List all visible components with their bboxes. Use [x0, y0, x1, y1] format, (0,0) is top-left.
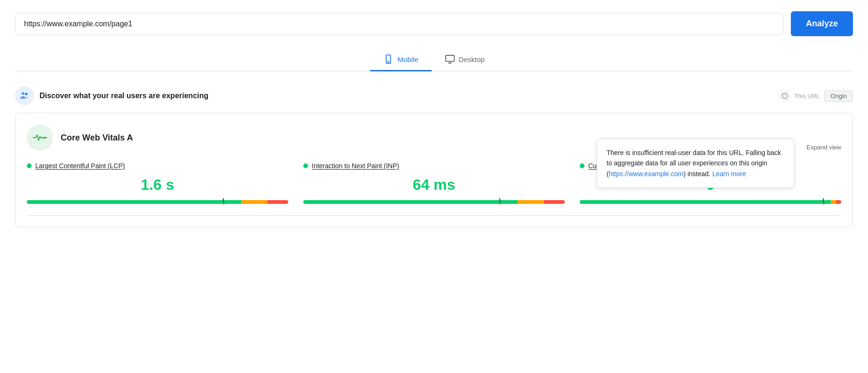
cls-bar-indicator — [823, 198, 824, 206]
cls-bar-green — [580, 200, 831, 204]
inp-bar-indicator — [499, 198, 500, 206]
tooltip-text-part2: ) instead. — [683, 170, 712, 178]
url-input-wrapper — [15, 13, 783, 35]
lcp-progress-bar — [27, 200, 288, 204]
main-card: Core Web Vitals A There is insufficient … — [15, 113, 853, 227]
lcp-bar-green — [27, 200, 241, 204]
expand-view-button[interactable]: Expand view — [806, 144, 841, 151]
tabs-row: Mobile Desktop — [15, 49, 853, 71]
inp-progress-bar — [303, 200, 565, 204]
tooltip-box: There is insufficient real-user data for… — [597, 139, 794, 188]
tooltip-origin-link[interactable]: https://www.example.com — [609, 170, 684, 178]
cwv-icon-wrap — [27, 124, 53, 151]
svg-point-5 — [22, 92, 24, 95]
vitals-icon — [33, 132, 47, 143]
tab-desktop[interactable]: Desktop — [432, 49, 498, 71]
cls-bar-orange — [831, 200, 836, 204]
url-origin-toggle: i This URL Origin — [779, 90, 853, 102]
lcp-bar-indicator — [223, 198, 224, 206]
metric-lcp: Largest Contentful Paint (LCP) 1.6 s — [27, 162, 288, 204]
lcp-bar-orange — [241, 200, 268, 204]
section-header: Discover what your real users are experi… — [15, 86, 853, 105]
cls-status-dot — [580, 163, 584, 168]
svg-text:i: i — [784, 94, 785, 97]
desktop-icon — [445, 54, 455, 64]
svg-rect-2 — [445, 55, 454, 62]
section-title-group: Discover what your real users are experi… — [15, 86, 208, 105]
lcp-status-dot — [27, 163, 32, 168]
card-divider — [27, 215, 841, 216]
tab-mobile[interactable]: Mobile — [370, 49, 431, 71]
url-input[interactable] — [24, 20, 774, 28]
section-title: Discover what your real users are experi… — [39, 92, 208, 100]
cwv-header: Core Web Vitals A There is insufficient … — [27, 124, 841, 151]
cls-bar-red — [836, 200, 841, 204]
lcp-bar-red — [268, 200, 288, 204]
analyze-button[interactable]: Analyze — [791, 11, 853, 36]
tab-desktop-label: Desktop — [459, 55, 485, 63]
svg-point-1 — [388, 62, 389, 62]
svg-point-6 — [25, 93, 28, 95]
metric-inp-label-row: Interaction to Next Paint (INP) — [303, 162, 565, 170]
inp-label-link[interactable]: Interaction to Next Paint (INP) — [312, 162, 399, 170]
lcp-label-link[interactable]: Largest Contentful Paint (LCP) — [35, 162, 125, 170]
svg-point-10 — [44, 137, 46, 139]
inp-value: 64 ms — [303, 172, 565, 197]
tab-mobile-label: Mobile — [397, 55, 418, 63]
info-icon[interactable]: i — [779, 90, 790, 101]
section-icon — [15, 86, 34, 105]
cwv-title: Core Web Vitals A — [61, 133, 133, 143]
origin-toggle-button[interactable]: Origin — [824, 90, 853, 102]
lcp-value: 1.6 s — [27, 172, 288, 197]
inp-bar-orange — [518, 200, 544, 204]
metric-inp: Interaction to Next Paint (INP) 64 ms — [303, 162, 565, 204]
mobile-icon — [383, 54, 394, 64]
inp-bar-red — [544, 200, 565, 204]
this-url-label: This URL — [794, 93, 820, 100]
inp-status-dot — [303, 163, 308, 168]
tooltip-learn-more-link[interactable]: Learn more — [712, 170, 746, 178]
url-bar-row: Analyze — [15, 11, 853, 36]
metric-lcp-label-row: Largest Contentful Paint (LCP) — [27, 162, 288, 170]
users-icon — [19, 90, 30, 101]
inp-bar-green — [303, 200, 518, 204]
cls-progress-bar — [580, 200, 841, 204]
